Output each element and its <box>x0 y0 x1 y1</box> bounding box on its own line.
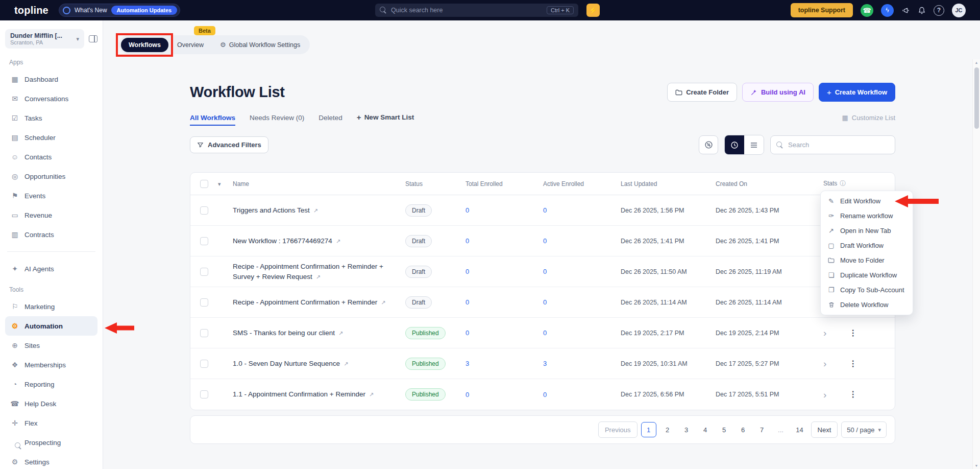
sidebar-item-reporting[interactable]: ◔Reporting <box>5 374 97 394</box>
sidebar-item-ai-agents[interactable]: ✦AI Agents <box>5 259 97 278</box>
menu-item-move-to-folder[interactable]: Move to Folder <box>821 253 913 268</box>
menu-item-open-in-new-tab[interactable]: ↗Open in New Tab <box>821 223 913 238</box>
list-view-button[interactable] <box>744 135 764 154</box>
menu-item-edit-workflow[interactable]: ✎Edit Workflow <box>821 194 913 208</box>
sidebar-item-prospecting[interactable]: Prospecting <box>5 433 97 452</box>
next-page-button[interactable]: Next <box>811 421 838 438</box>
row-actions-kebab-icon[interactable]: ⋮ <box>849 390 857 398</box>
global-search-input[interactable] <box>391 7 543 14</box>
workflow-search[interactable] <box>770 135 895 154</box>
scroll-up-arrow-icon[interactable]: ▲ <box>973 61 980 64</box>
help-button[interactable]: ? <box>934 5 944 16</box>
build-using-ai-button[interactable]: Build using AI <box>742 83 814 102</box>
announcements-button[interactable] <box>901 7 910 14</box>
vertical-scrollbar[interactable]: ▲ ▼ <box>972 59 980 469</box>
workflow-name[interactable]: 1.1 - Appointment Confirmation + Reminde… <box>233 389 405 400</box>
phone-dialer-button[interactable]: ☎ <box>861 4 873 17</box>
page-number-5[interactable]: 5 <box>717 422 732 437</box>
menu-item-draft-workflow[interactable]: ▢Draft Workflow <box>821 238 913 253</box>
support-button[interactable]: topline Support <box>791 3 853 17</box>
active-enrolled-link[interactable]: 0 <box>543 298 547 306</box>
menu-item-rename-workflow[interactable]: ✑Rename workflow <box>821 208 913 223</box>
workflow-name[interactable]: 1.0 - Seven Day Nurture Sequence↗ <box>233 359 405 369</box>
select-all-checkbox[interactable] <box>200 180 208 188</box>
automation-updates-badge[interactable]: Automation Updates <box>111 6 178 15</box>
workflow-name[interactable]: Recipe - Appointment Confirmation + Remi… <box>233 262 405 282</box>
quick-actions-button[interactable]: ⚡ <box>586 4 600 17</box>
notifications-button[interactable] <box>918 6 926 15</box>
sidebar-item-flex[interactable]: ✛Flex <box>5 413 97 433</box>
sidebar-item-scheduler[interactable]: ▤Scheduler <box>5 128 97 147</box>
workflow-name[interactable]: SMS - Thanks for being our client↗ <box>233 328 405 338</box>
page-number-14[interactable]: 14 <box>792 422 807 437</box>
whats-new-button[interactable]: What's New Automation Updates <box>59 4 180 17</box>
tab-workflows[interactable]: Workflows <box>121 38 168 52</box>
page-number-1[interactable]: 1 <box>641 422 656 437</box>
sidebar-item-revenue[interactable]: ▭Revenue <box>5 205 97 225</box>
expand-stats-chevron-icon[interactable]: › <box>823 390 826 400</box>
active-enrolled-link[interactable]: 0 <box>543 237 547 245</box>
sidebar-item-memberships[interactable]: ❖Memberships <box>5 355 97 374</box>
total-enrolled-link[interactable]: 0 <box>465 268 469 275</box>
advanced-filters-button[interactable]: Advanced Filters <box>190 136 268 153</box>
sidebar-item-help-desk[interactable]: ☎Help Desk <box>5 394 97 413</box>
page-size-select[interactable]: 50 / page ▾ <box>841 421 887 438</box>
open-in-new-icon[interactable]: ↗ <box>313 207 318 214</box>
workflow-name[interactable]: Triggers and Actions Test↗ <box>233 205 405 216</box>
menu-item-delete-workflow[interactable]: Delete Workflow <box>821 297 913 312</box>
active-enrolled-link[interactable]: 0 <box>543 268 547 275</box>
sidebar-item-automation[interactable]: ⚙Automation <box>5 316 97 336</box>
sidebar-item-tasks[interactable]: ☑Tasks <box>5 108 97 128</box>
page-number-6[interactable]: 6 <box>736 422 751 437</box>
active-enrolled-link[interactable]: 0 <box>543 391 547 398</box>
recent-view-button[interactable] <box>725 135 744 154</box>
page-number-4[interactable]: 4 <box>698 422 713 437</box>
active-enrolled-link[interactable]: 0 <box>543 206 547 214</box>
page-number-7[interactable]: 7 <box>754 422 770 437</box>
row-actions-kebab-icon[interactable]: ⋮ <box>849 360 857 368</box>
scroll-down-arrow-icon[interactable]: ▼ <box>973 464 980 467</box>
sidebar-item-marketing[interactable]: ⚐Marketing <box>5 297 97 316</box>
total-enrolled-link[interactable]: 0 <box>465 206 469 214</box>
row-checkbox[interactable] <box>200 206 208 215</box>
sidebar-item-contacts[interactable]: ☺Contacts <box>5 147 97 167</box>
tab-needs-review[interactable]: Needs Review (0) <box>250 114 304 126</box>
tab-all-workflows[interactable]: All Workflows <box>190 114 235 126</box>
sidebar-item-opportunities[interactable]: ◎Opportunities <box>5 167 97 186</box>
open-in-new-icon[interactable]: ↗ <box>344 361 348 367</box>
total-enrolled-link[interactable]: 3 <box>465 360 469 367</box>
customize-list-button[interactable]: ▦ Customize List <box>842 114 895 126</box>
total-enrolled-link[interactable]: 0 <box>465 237 469 245</box>
expand-stats-chevron-icon[interactable]: › <box>823 328 826 338</box>
page-number-3[interactable]: 3 <box>679 422 694 437</box>
open-in-new-icon[interactable]: ↗ <box>316 274 321 280</box>
sidebar-item-sites[interactable]: ⊕Sites <box>5 336 97 355</box>
scrollbar-thumb[interactable] <box>974 67 979 129</box>
menu-item-duplicate-workflow[interactable]: ❏Duplicate Workflow <box>821 268 913 283</box>
menu-item-copy-to-sub-account[interactable]: ❐Copy To Sub-Account <box>821 283 913 297</box>
collapse-sidebar-button[interactable] <box>89 35 97 42</box>
create-workflow-button[interactable]: + Create Workflow <box>819 83 895 102</box>
active-enrolled-link[interactable]: 3 <box>543 360 547 367</box>
select-options-chevron-icon[interactable]: ▾ <box>218 181 221 187</box>
create-folder-button[interactable]: Create Folder <box>667 83 737 102</box>
workflow-search-input[interactable] <box>788 141 889 149</box>
total-enrolled-link[interactable]: 0 <box>465 329 469 337</box>
previous-page-button[interactable]: Previous <box>598 421 638 438</box>
open-in-new-icon[interactable]: ↗ <box>381 299 385 306</box>
sidebar-item-conversations[interactable]: ✉Conversations <box>5 89 97 108</box>
row-checkbox[interactable] <box>200 329 208 337</box>
global-search[interactable]: Ctrl + K <box>375 4 578 17</box>
user-avatar[interactable]: JC <box>952 4 966 17</box>
open-in-new-icon[interactable]: ↗ <box>369 391 374 397</box>
workflow-name[interactable]: Recipe - Appointment Confirmation + Remi… <box>233 297 405 308</box>
connect-button[interactable]: ϟ <box>881 4 894 17</box>
total-enrolled-link[interactable]: 0 <box>465 298 469 306</box>
sidebar-item-contracts[interactable]: ▥Contracts <box>5 225 97 244</box>
open-in-new-icon[interactable]: ↗ <box>336 238 340 244</box>
row-checkbox[interactable] <box>200 390 208 398</box>
row-actions-kebab-icon[interactable]: ⋮ <box>849 329 857 337</box>
sidebar-item-events[interactable]: ⚑Events <box>5 186 97 205</box>
new-smart-list-button[interactable]: + New Smart List <box>357 113 414 126</box>
expand-stats-chevron-icon[interactable]: › <box>823 359 826 368</box>
